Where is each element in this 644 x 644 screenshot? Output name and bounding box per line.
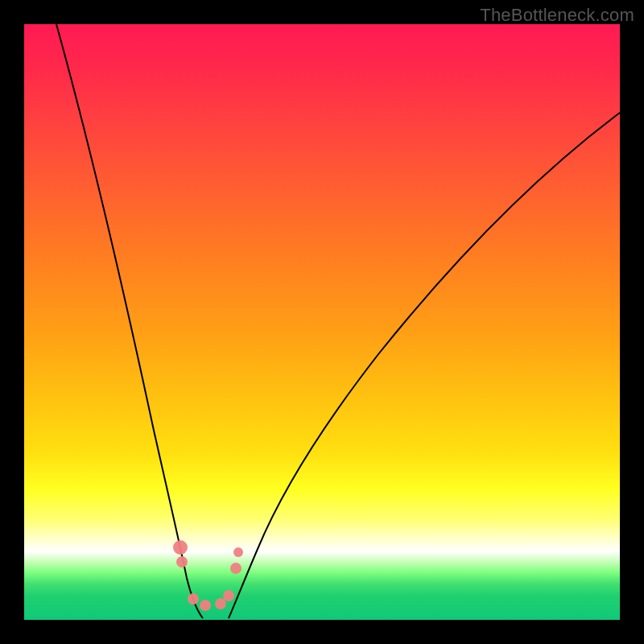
curve-marker (188, 593, 199, 605)
chart-plot-area (24, 24, 620, 620)
curve-marker (230, 563, 242, 574)
curve-right-branch (229, 113, 620, 618)
curve-marker (223, 590, 234, 601)
curve-marker (173, 540, 188, 555)
watermark-text: TheBottleneck.com (480, 5, 634, 26)
curve-left-branch (56, 24, 203, 618)
curve-marker (176, 556, 188, 568)
curve-marker (215, 598, 226, 609)
curve-marker (200, 600, 211, 611)
bottleneck-curve (24, 24, 620, 620)
curve-marker (233, 547, 243, 557)
marker-group (173, 540, 243, 611)
